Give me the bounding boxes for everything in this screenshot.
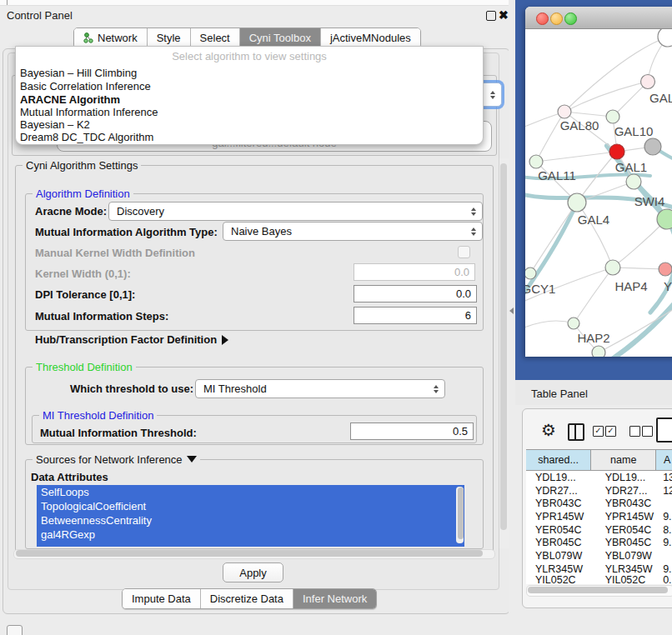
chevron-down-icon <box>187 456 197 462</box>
cell: 9. <box>657 562 672 576</box>
algorithm-option-aracne[interactable]: ARACNE Algorithm <box>20 93 120 106</box>
panel-divider[interactable] <box>509 0 515 635</box>
apply-button-label: Apply <box>239 567 267 579</box>
table-row[interactable]: YBR043CYBR043C <box>526 497 672 510</box>
column-layout-icon[interactable] <box>568 423 584 441</box>
attributes-scrollbar-thumb[interactable] <box>458 488 464 539</box>
import-table-icon[interactable] <box>656 418 672 442</box>
table-row[interactable]: YIL052CYIL052C0. <box>526 576 672 584</box>
manual-kernel-width-checkbox[interactable] <box>458 246 470 258</box>
network-node-selected[interactable] <box>609 144 624 159</box>
network-node[interactable] <box>592 346 605 357</box>
algorithm-option-bayesian-hill-climbing[interactable]: Bayesian – Hill Climbing <box>20 67 137 79</box>
aracne-mode-combobox[interactable]: Discovery <box>108 202 483 221</box>
cell: YDR27... <box>594 484 658 498</box>
column-header-partial[interactable]: A <box>656 450 672 470</box>
node-label: HAP4 <box>614 279 647 293</box>
network-window-titlebar[interactable] <box>525 7 672 29</box>
dpi-tolerance-field[interactable]: 0.0 <box>354 285 477 302</box>
network-node[interactable] <box>658 29 672 47</box>
table-row[interactable]: YBL079WYBL079W <box>526 549 672 562</box>
data-attributes-list[interactable]: SelfLoops TopologicalCoefficient Between… <box>37 485 464 547</box>
checked-checkbox-icon[interactable]: ✓ <box>593 426 604 437</box>
node-label: GCY1 <box>525 282 555 296</box>
table-hscrollbar-thumb[interactable] <box>528 587 668 593</box>
network-node[interactable] <box>558 105 571 118</box>
algorithm-option-basic-correlation[interactable]: Basic Correlation Inference <box>20 80 151 92</box>
tab-style[interactable]: Style <box>148 28 191 48</box>
table-row[interactable]: YER054CYER054C8. <box>526 523 672 537</box>
tab-network[interactable]: Network <box>74 28 148 48</box>
attribute-betweennesscentrality[interactable]: BetweennessCentrality <box>37 513 464 528</box>
tab-discretize-data[interactable]: Discretize Data <box>201 589 293 608</box>
algorithm-option-bayesian-k2[interactable]: Bayesian – K2 <box>20 118 90 131</box>
attribute-topologicalcoefficient[interactable]: TopologicalCoefficient <box>37 499 464 513</box>
network-node[interactable] <box>605 260 620 275</box>
float-window-icon[interactable] <box>486 11 496 21</box>
mi-steps-label: Mutual Information Steps: <box>35 310 168 322</box>
tab-network-label: Network <box>98 32 138 44</box>
zoom-traffic-light-icon[interactable] <box>564 12 577 25</box>
node-label: GAL1 <box>615 160 647 174</box>
mi-algorithm-type-combobox[interactable]: Naive Bayes <box>223 222 483 241</box>
node-label: GAL4 <box>578 212 609 227</box>
network-node[interactable] <box>626 174 641 189</box>
cell: YBR045C <box>526 536 594 549</box>
tab-impute-data[interactable]: Impute Data <box>123 589 201 608</box>
network-node[interactable] <box>657 209 672 229</box>
attribute-partial-row[interactable] <box>37 542 464 547</box>
collapse-arrow-icon[interactable] <box>509 308 514 314</box>
network-node[interactable] <box>525 268 536 279</box>
network-node[interactable] <box>644 138 661 155</box>
hub-definition-expander[interactable]: Hub/Transcription Factor Definition <box>35 333 228 346</box>
table-row[interactable]: YDR27...YDR27...12 <box>526 484 672 498</box>
cell: 12 <box>657 484 672 498</box>
table-row[interactable]: YLR345WYLR345W9. <box>526 562 672 576</box>
checked-checkbox-icon[interactable]: ✓ <box>605 426 616 437</box>
tab-infer-network[interactable]: Infer Network <box>293 589 376 608</box>
cell: YDL19... <box>594 471 658 484</box>
which-threshold-combobox[interactable]: MI Threshold <box>195 379 445 398</box>
attribute-gal4rgexp[interactable]: gal4RGexp <box>37 528 464 542</box>
combo-stepper-icon <box>471 208 476 216</box>
close-icon[interactable]: ✖ <box>499 8 509 22</box>
attribute-selfloops[interactable]: SelfLoops <box>37 485 464 499</box>
network-node[interactable] <box>529 155 543 168</box>
column-header-name[interactable]: name <box>591 450 656 470</box>
table-row[interactable]: YBR045CYBR045C9. <box>526 536 672 549</box>
mi-steps-field[interactable]: 6 <box>354 307 477 324</box>
sources-title-text: Sources for Network Inference <box>36 453 183 466</box>
node-label: SWI4 <box>634 194 665 208</box>
gear-icon[interactable]: ⚙ <box>541 420 556 440</box>
tab-select[interactable]: Select <box>191 28 240 48</box>
algorithm-option-dream8[interactable]: Dream8 DC_TDC Algorithm <box>20 131 153 143</box>
mi-threshold-field[interactable]: 0.5 <box>350 422 474 440</box>
kernel-width-field[interactable]: 0.0 <box>354 263 475 281</box>
unchecked-checkbox-icon[interactable] <box>629 426 640 437</box>
network-node[interactable] <box>568 193 586 212</box>
hub-definition-label: Hub/Transcription Factor Definition <box>35 333 217 346</box>
combo-stepper-icon <box>490 91 495 99</box>
apply-button[interactable]: Apply <box>223 562 283 582</box>
unchecked-checkbox-icon[interactable] <box>642 426 653 437</box>
cell: YIL052C <box>526 576 594 584</box>
vertical-scrollbar-thumb[interactable] <box>500 163 507 530</box>
table-row[interactable]: YDL19...YDL19...13 <box>526 471 672 484</box>
node-label: Y <box>664 279 672 293</box>
network-node[interactable] <box>606 110 619 123</box>
manual-kernel-width-label: Manual Kernel Width Definition <box>35 247 195 259</box>
column-header-shared-name[interactable]: shared... <box>526 450 591 470</box>
settings-hscrollbar-thumb[interactable] <box>16 550 483 557</box>
table-row[interactable]: YPR145WYPR145W9. <box>526 510 672 523</box>
close-traffic-light-icon[interactable] <box>536 12 549 25</box>
minimize-traffic-light-icon[interactable] <box>550 12 563 25</box>
network-canvas[interactable]: GAL GAL80 GAL10 GAL1 GAL11 GAL4 SWI4 HAP… <box>525 29 672 357</box>
tab-cyni-toolbox[interactable]: Cyni Toolbox <box>240 28 321 48</box>
collapsed-panel-icon[interactable] <box>7 625 23 635</box>
network-node[interactable] <box>659 262 672 276</box>
tab-jactivemnodules[interactable]: jActiveMNodules <box>321 28 420 48</box>
network-node[interactable] <box>641 75 655 89</box>
algorithm-option-mutual-information[interactable]: Mutual Information Inference <box>20 106 158 118</box>
sources-group-title[interactable]: Sources for Network Inference <box>33 453 200 466</box>
network-node[interactable] <box>568 318 579 329</box>
